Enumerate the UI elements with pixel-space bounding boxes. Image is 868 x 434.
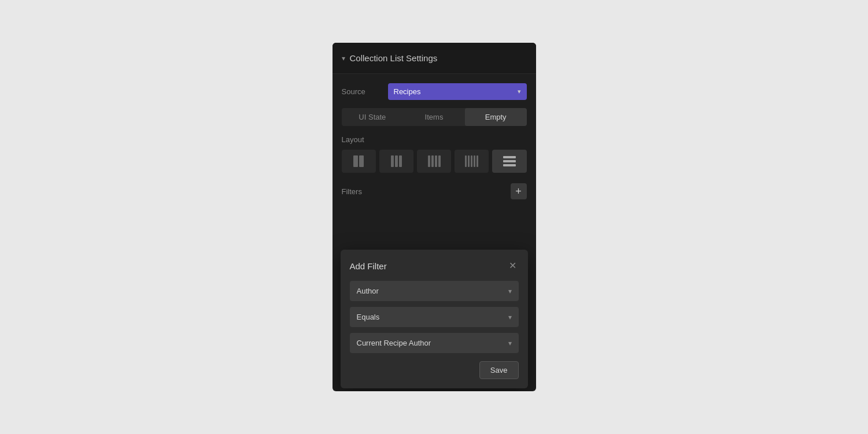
filters-label: Filters (342, 187, 362, 196)
panel-body: Source Recipes ▾ UI State Items Empty La… (333, 74, 536, 214)
layout-2col-icon (353, 155, 364, 167)
tab-empty[interactable]: Empty (465, 108, 527, 126)
source-value: Recipes (394, 87, 421, 96)
filter-value-wrapper: Current Recipe Author Current User Custo… (350, 333, 519, 353)
add-filter-modal: Add Filter ✕ Author Title Date Category … (341, 250, 528, 388)
layout-5col-icon (465, 155, 478, 167)
panel-header: ▾ Collection List Settings (333, 43, 536, 74)
modal-header: Add Filter ✕ (350, 260, 519, 272)
source-dropdown-arrow-icon: ▾ (518, 88, 521, 95)
modal-footer: Save (350, 361, 519, 379)
layout-options (342, 150, 527, 173)
layout-4col-icon (428, 155, 441, 167)
layout-4col-button[interactable] (417, 150, 451, 173)
layout-3col-icon (391, 155, 402, 167)
panel-title: Collection List Settings (350, 53, 438, 63)
collapse-chevron-icon[interactable]: ▾ (342, 54, 345, 62)
filters-row: Filters + (342, 183, 527, 199)
filter-condition-select[interactable]: Equals Not Equals Contains Does not cont… (350, 307, 519, 327)
layout-list-icon (503, 156, 516, 166)
modal-close-button[interactable]: ✕ (507, 260, 519, 272)
layout-5col-button[interactable] (455, 150, 489, 173)
state-tabs: UI State Items Empty (342, 108, 527, 126)
collection-list-settings-panel: ▾ Collection List Settings Source Recipe… (333, 43, 536, 391)
source-select[interactable]: Recipes ▾ (388, 83, 527, 100)
filter-field-wrapper: Author Title Date Category (350, 281, 519, 301)
filter-value-select[interactable]: Current Recipe Author Current User Custo… (350, 333, 519, 353)
add-filter-modal-overlay: Add Filter ✕ Author Title Date Category … (341, 250, 528, 388)
tab-items[interactable]: Items (403, 108, 465, 126)
filter-condition-wrapper: Equals Not Equals Contains Does not cont… (350, 307, 519, 327)
add-filter-button[interactable]: + (511, 183, 527, 199)
source-label: Source (342, 87, 382, 96)
layout-list-button[interactable] (492, 150, 526, 173)
layout-2col-button[interactable] (342, 150, 376, 173)
source-row: Source Recipes ▾ (342, 83, 527, 100)
filter-field-select[interactable]: Author Title Date Category (350, 281, 519, 301)
modal-title: Add Filter (350, 261, 387, 271)
save-filter-button[interactable]: Save (479, 361, 519, 379)
layout-label: Layout (342, 135, 527, 144)
tab-ui-state[interactable]: UI State (342, 108, 404, 126)
layout-3col-button[interactable] (379, 150, 413, 173)
